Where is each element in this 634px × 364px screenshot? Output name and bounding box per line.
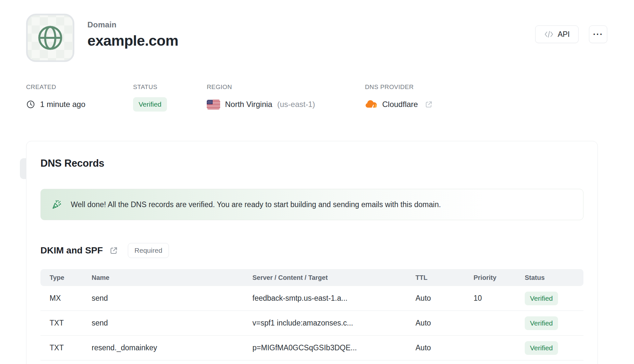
cloudflare-icon	[365, 100, 377, 109]
success-banner: Well done! All the DNS records are verif…	[40, 189, 583, 220]
header-actions: API ···	[535, 25, 607, 43]
region-code: (us-east-1)	[277, 100, 315, 109]
api-button[interactable]: API	[535, 25, 579, 43]
dns-records-title: DNS Records	[40, 158, 583, 169]
dkim-spf-section-header: DKIM and SPF Required	[40, 243, 583, 258]
status-badge: Verified	[133, 97, 167, 112]
dns-provider-value: Cloudflare	[382, 100, 418, 109]
more-options-button[interactable]: ···	[589, 25, 607, 43]
code-icon	[544, 30, 554, 38]
card-side-tab	[20, 158, 26, 179]
page-kicker: Domain	[87, 20, 178, 29]
record-ttl: Auto	[415, 343, 474, 352]
status-label: STATUS	[133, 83, 207, 91]
col-content: Server / Content / Target	[252, 274, 415, 281]
record-ttl: Auto	[415, 294, 474, 303]
us-flag-icon	[207, 100, 220, 109]
external-link-icon[interactable]	[109, 246, 118, 255]
page-title: example.com	[87, 32, 178, 49]
table-row[interactable]: TXT resend._domainkey p=MIGfMA0GCSqGSIb3…	[40, 336, 583, 360]
record-priority: 10	[474, 294, 525, 303]
record-status-badge: Verified	[525, 341, 558, 355]
dns-provider-label: DNS PROVIDER	[365, 83, 433, 91]
table-header-row: Type Name Server / Content / Target TTL …	[40, 269, 583, 286]
created-label: CREATED	[26, 83, 133, 91]
title-block: Domain example.com	[87, 14, 178, 49]
meta-dns-provider: DNS PROVIDER Cloudflare	[365, 83, 433, 112]
domain-avatar	[26, 14, 74, 62]
record-type: TXT	[50, 319, 92, 327]
created-value: 1 minute ago	[40, 100, 85, 109]
required-badge: Required	[128, 243, 169, 258]
table-row[interactable]: TXT send v=spf1 include:amazonses.c... A…	[40, 311, 583, 336]
record-content: p=MIGfMA0GCSqGSIb3DQE...	[252, 343, 415, 352]
record-status-badge: Verified	[525, 292, 558, 305]
dkim-spf-title: DKIM and SPF	[40, 245, 103, 256]
record-ttl: Auto	[415, 319, 474, 327]
dns-records-table: Type Name Server / Content / Target TTL …	[40, 269, 583, 360]
ellipsis-icon: ···	[593, 30, 603, 39]
col-type: Type	[50, 274, 92, 281]
record-type: MX	[50, 294, 92, 303]
record-name: send	[92, 319, 252, 327]
col-ttl: TTL	[415, 274, 474, 281]
record-name: send	[92, 294, 252, 303]
domain-detail-page: Domain example.com API ··· CREATED	[0, 0, 634, 364]
external-link-icon[interactable]	[425, 100, 433, 109]
domain-meta: CREATED 1 minute ago STATUS Verified REG…	[0, 83, 634, 112]
col-name: Name	[92, 274, 252, 281]
col-priority: Priority	[474, 274, 525, 281]
page-header: Domain example.com API ···	[0, 0, 634, 62]
record-name: resend._domainkey	[92, 343, 252, 352]
col-status: Status	[525, 274, 583, 281]
region-label: REGION	[207, 83, 365, 91]
record-content: feedback-smtp.us-east-1.a...	[252, 294, 415, 303]
meta-status: STATUS Verified	[133, 83, 207, 112]
globe-icon	[35, 22, 66, 53]
record-type: TXT	[50, 343, 92, 352]
record-status-badge: Verified	[525, 316, 558, 330]
success-message: Well done! All the DNS records are verif…	[71, 200, 441, 209]
meta-region: REGION	[207, 83, 365, 112]
api-button-label: API	[558, 30, 570, 39]
dns-records-card: DNS Records Well done! All the DNS recor…	[26, 141, 598, 364]
record-content: v=spf1 include:amazonses.c...	[252, 319, 415, 327]
party-popper-icon	[51, 199, 62, 210]
table-row[interactable]: MX send feedback-smtp.us-east-1.a... Aut…	[40, 286, 583, 311]
clock-icon	[26, 100, 35, 109]
meta-created: CREATED 1 minute ago	[26, 83, 133, 112]
region-value: North Virginia	[225, 100, 272, 109]
